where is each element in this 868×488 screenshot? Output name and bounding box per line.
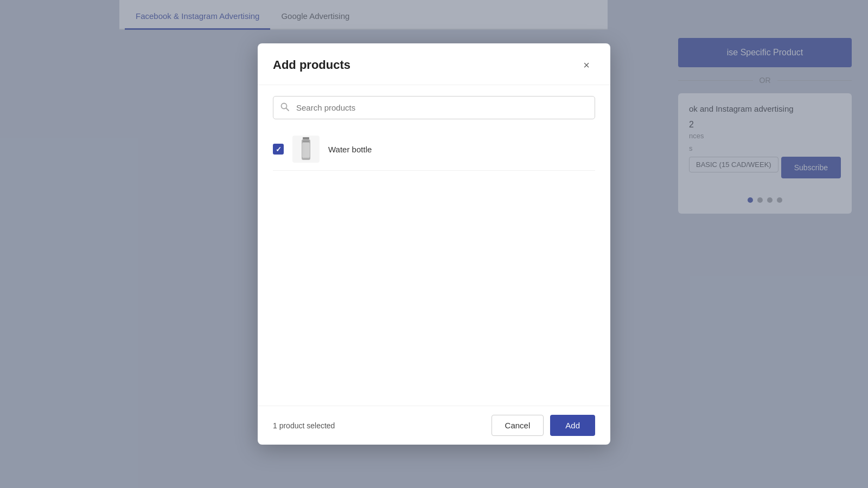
svg-rect-4 <box>303 140 309 142</box>
product-list: Water bottle <box>273 128 595 171</box>
search-icon <box>280 102 289 113</box>
product-name-water-bottle: Water bottle <box>328 145 372 154</box>
add-button[interactable]: Add <box>550 415 595 436</box>
modal-title: Add products <box>273 58 350 72</box>
modal-header: Add products × <box>258 43 610 85</box>
svg-rect-6 <box>303 144 304 157</box>
modal-overlay: Add products × <box>0 0 868 488</box>
selected-count: 1 product selected <box>273 421 335 430</box>
modal-body: Water bottle <box>258 85 610 406</box>
modal-footer: 1 product selected Cancel Add <box>258 406 610 445</box>
product-checkbox-water-bottle[interactable] <box>273 144 284 155</box>
cancel-button[interactable]: Cancel <box>492 415 544 436</box>
product-item-water-bottle[interactable]: Water bottle <box>273 128 595 171</box>
svg-line-1 <box>286 108 289 111</box>
modal-close-button[interactable]: × <box>578 56 595 74</box>
footer-buttons: Cancel Add <box>492 415 595 436</box>
add-products-modal: Add products × <box>258 43 610 445</box>
svg-rect-2 <box>303 137 309 139</box>
close-icon: × <box>583 59 590 72</box>
product-image-water-bottle <box>292 136 320 163</box>
search-input[interactable] <box>273 96 595 119</box>
search-container <box>273 96 595 119</box>
